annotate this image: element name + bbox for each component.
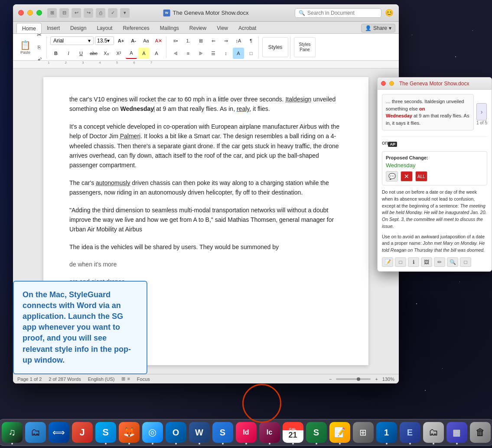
maximize-button[interactable]: [36, 10, 42, 16]
justify-button[interactable]: ☰: [208, 48, 219, 59]
bold-button[interactable]: B: [50, 48, 62, 59]
dock-item-safari[interactable]: ◎: [142, 422, 163, 443]
more-icon[interactable]: ▾: [120, 8, 130, 18]
dock-item-skype[interactable]: S: [95, 422, 116, 443]
dock-item-incopy[interactable]: Ic: [259, 422, 280, 443]
numbering-button[interactable]: 1.: [182, 35, 194, 46]
footer-icon-7[interactable]: □: [460, 257, 471, 267]
redo-icon[interactable]: ↪: [84, 8, 93, 18]
layout-icon-1[interactable]: ⊞: [121, 376, 125, 382]
footer-icon-5[interactable]: ✏: [434, 257, 445, 267]
tab-mailings[interactable]: Mailings: [155, 23, 184, 33]
dock-item-indesign[interactable]: Id: [236, 422, 257, 443]
popup-next-button[interactable]: ›: [476, 103, 487, 120]
tab-design[interactable]: Design: [65, 23, 91, 33]
highlight-button[interactable]: A: [138, 48, 150, 59]
reject-icon[interactable]: ✕: [401, 171, 413, 182]
footer-icon-6[interactable]: 🔍: [447, 257, 458, 267]
decrease-font-button[interactable]: A-: [128, 35, 139, 46]
search-input[interactable]: [307, 10, 368, 16]
user-icon[interactable]: 😊: [385, 9, 394, 17]
popup-min-button[interactable]: [389, 81, 394, 86]
layout-icon-2[interactable]: ≡: [127, 376, 130, 382]
sort-button[interactable]: ↕A: [233, 35, 244, 46]
dock-item-styleguard[interactable]: S: [212, 422, 233, 443]
cut-button[interactable]: ✂: [33, 34, 45, 41]
tab-insert[interactable]: Insert: [42, 23, 65, 33]
align-center-button[interactable]: ≡: [182, 48, 194, 59]
dock-item-teamviewer[interactable]: ⟺: [49, 422, 69, 443]
zoom-in-button[interactable]: +: [375, 377, 378, 382]
font-size-selector[interactable]: 13.5 ▾: [95, 36, 114, 45]
dock-item-jamf[interactable]: J: [72, 422, 93, 443]
clear-formatting-button[interactable]: A✕: [153, 35, 164, 46]
close-button[interactable]: [18, 10, 24, 16]
dock-item-finder[interactable]: 🗂: [25, 422, 46, 443]
tab-acrobat[interactable]: Acrobat: [233, 23, 261, 33]
increase-font-button[interactable]: A+: [115, 35, 127, 46]
font-color-button[interactable]: A: [126, 48, 137, 59]
change-case-button[interactable]: Aa: [140, 35, 152, 46]
strikethrough-button[interactable]: abc: [88, 48, 99, 59]
save-icon[interactable]: ⊟: [59, 8, 69, 18]
subscript-button[interactable]: X₂: [101, 48, 112, 59]
tab-layout[interactable]: Layout: [91, 23, 117, 33]
reject-all-icon[interactable]: ALL: [415, 171, 427, 182]
copy-button[interactable]: ⎘: [33, 42, 45, 53]
zoom-slider[interactable]: [336, 378, 371, 380]
text-effect-button[interactable]: A: [151, 48, 162, 59]
tab-review[interactable]: Review: [184, 23, 212, 33]
dock-item-1password[interactable]: 1: [376, 422, 397, 443]
dock-item-spotify[interactable]: ♫: [2, 422, 23, 443]
decrease-indent-button[interactable]: ⇐: [208, 35, 219, 46]
increase-indent-button[interactable]: ⇒: [220, 35, 231, 46]
dock-item-outlook[interactable]: O: [166, 422, 186, 443]
dock-item-trash[interactable]: 🗑: [470, 422, 491, 443]
dock-item-firefox[interactable]: 🦊: [119, 422, 140, 443]
dock-item-enpass[interactable]: E: [400, 422, 420, 443]
comment-icon[interactable]: 💬: [386, 171, 398, 182]
dock-item-preview[interactable]: ▦: [446, 422, 467, 443]
italic-button[interactable]: I: [63, 48, 74, 59]
dock-item-finder2[interactable]: 🗂: [423, 422, 444, 443]
file-icon[interactable]: ⊞: [47, 8, 57, 18]
shading-button[interactable]: A: [233, 48, 244, 59]
zoom-out-button[interactable]: −: [329, 377, 332, 382]
styles-pane-button[interactable]: StylesPane: [294, 37, 316, 57]
borders-button[interactable]: □: [245, 48, 257, 59]
search-bar[interactable]: 🔍: [295, 8, 381, 18]
show-formatting-button[interactable]: ¶: [245, 35, 257, 46]
align-right-button[interactable]: ⫸: [195, 48, 206, 59]
page-count: Page 1 of 2: [17, 377, 42, 382]
dock-item-sg2[interactable]: S: [306, 422, 327, 443]
tab-home[interactable]: Home: [16, 23, 42, 33]
line-spacing-button[interactable]: ↕: [220, 48, 231, 59]
format-painter-button[interactable]: 🖌: [33, 54, 45, 61]
footer-icon-4[interactable]: 🖼: [421, 257, 432, 267]
styles-button[interactable]: Styles: [262, 37, 288, 57]
print-icon[interactable]: ⎙: [96, 8, 105, 18]
underline-button[interactable]: U: [75, 48, 87, 59]
dock-item-notefile[interactable]: 📝: [329, 422, 350, 443]
footer-icon-1[interactable]: 📝: [382, 257, 393, 267]
popup-close-button[interactable]: [381, 81, 386, 86]
tab-references[interactable]: References: [117, 23, 154, 33]
zoom-thumb[interactable]: [357, 377, 360, 381]
tab-view[interactable]: View: [212, 23, 233, 33]
footer-icon-2[interactable]: □: [395, 257, 406, 267]
minimize-button[interactable]: [27, 10, 33, 16]
bullets-button[interactable]: ≡•: [170, 35, 181, 46]
focus-mode[interactable]: Focus: [137, 377, 150, 382]
share-button[interactable]: 👤 Share ▾: [361, 24, 395, 32]
font-family-selector[interactable]: Arial ▾: [50, 36, 94, 45]
undo-icon[interactable]: ↩: [72, 8, 81, 18]
footer-icon-3[interactable]: ℹ: [408, 257, 419, 267]
dock-item-calendar[interactable]: CAL 21: [283, 422, 303, 443]
dock-item-word[interactable]: W: [189, 422, 210, 443]
superscript-button[interactable]: X²: [113, 48, 124, 59]
align-left-button[interactable]: ⫷: [170, 48, 181, 59]
multilevel-button[interactable]: ⊞: [195, 35, 206, 46]
paste-button[interactable]: 📋 Paste: [18, 39, 33, 55]
dock-item-calculator[interactable]: ⊞: [353, 422, 374, 443]
spellcheck-icon[interactable]: ✓: [108, 8, 117, 18]
